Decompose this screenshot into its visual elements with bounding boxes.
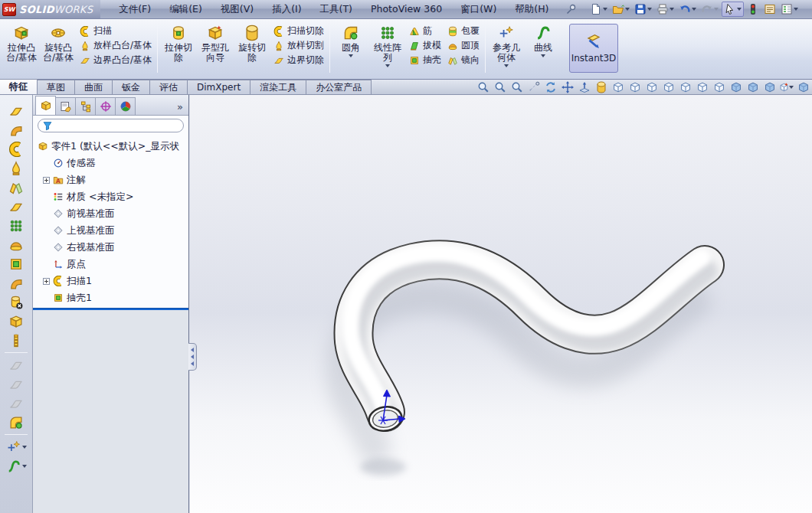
select-cursor-button[interactable] — [722, 2, 744, 17]
view-back-icon[interactable] — [627, 80, 642, 94]
filled-surface-icon[interactable] — [8, 197, 24, 216]
options-button[interactable] — [779, 2, 800, 16]
freeform-icon[interactable] — [8, 413, 24, 432]
tab-surfaces[interactable]: 曲面 — [74, 80, 113, 94]
menu-tools[interactable]: 工具(T) — [313, 1, 360, 18]
rotate-view-icon[interactable] — [543, 80, 558, 94]
tab-evaluate[interactable]: 评估 — [149, 80, 188, 94]
undo-button[interactable] — [677, 2, 698, 16]
delete-face-icon[interactable] — [8, 292, 24, 312]
curves-button[interactable]: 曲线 — [525, 22, 562, 57]
zoom-to-selection-icon[interactable] — [526, 80, 541, 94]
menu-insert[interactable]: 插入(I) — [264, 1, 309, 18]
menu-view[interactable]: 视图(V) — [213, 1, 261, 18]
tree-item-right-plane[interactable]: 右视基准面 — [33, 239, 188, 256]
redo-button[interactable] — [699, 2, 720, 16]
view-front-icon[interactable] — [611, 80, 625, 94]
hole-wizard-button[interactable]: 异型孔向导 — [197, 22, 234, 63]
menu-edit[interactable]: 编辑(E) — [162, 1, 210, 18]
normal-to-icon[interactable] — [577, 80, 591, 94]
lofted-cut-button[interactable]: 放样切割 — [273, 38, 324, 53]
shaded-with-edges-icon[interactable] — [729, 80, 743, 94]
extruded-cut-button[interactable]: 拉伸切除 — [160, 22, 197, 63]
rib-button[interactable]: 筋 — [409, 24, 441, 38]
view-right-icon[interactable] — [661, 80, 676, 94]
extruded-surface-icon[interactable] — [8, 101, 24, 120]
linear-pattern-button[interactable]: 线性阵列 — [369, 22, 406, 67]
propertymanager-tab[interactable] — [55, 97, 76, 115]
tree-item-shell1[interactable]: 抽壳1 — [33, 289, 188, 306]
rebuild-button[interactable] — [745, 2, 761, 16]
new-document-button[interactable] — [588, 2, 609, 16]
view-left-icon[interactable] — [644, 80, 659, 94]
tree-item-front-plane[interactable]: 前视基准面 — [33, 205, 188, 222]
panel-overflow-chevron[interactable]: » — [177, 101, 187, 115]
zoom-in-out-icon[interactable] — [509, 80, 524, 94]
lofted-surface-icon[interactable] — [8, 158, 24, 178]
tree-root-part[interactable]: 零件1 (默认<<默认>_显示状 — [33, 138, 188, 155]
displaymanager-tab[interactable] — [115, 97, 136, 115]
swept-cut-button[interactable]: 扫描切除 — [273, 24, 324, 38]
dimxpertmanager-tab[interactable] — [95, 97, 116, 115]
print-button[interactable] — [655, 2, 676, 16]
pan-icon[interactable] — [560, 80, 575, 94]
untrim-surface-icon[interactable] — [8, 355, 24, 374]
offset-surface-icon[interactable] — [8, 235, 24, 254]
mirror-button[interactable]: 镜向 — [447, 53, 480, 67]
menu-file[interactable]: 文件(F) — [111, 1, 159, 18]
section-view-icon[interactable] — [594, 80, 608, 94]
boundary-cut-button[interactable]: 边界切除 — [273, 53, 324, 67]
featuremanager-tab[interactable] — [35, 96, 56, 115]
tree-item-top-plane[interactable]: 上视基准面 — [33, 222, 188, 239]
draft-button[interactable]: 拔模 — [409, 38, 441, 53]
extend-surface-icon[interactable] — [8, 273, 24, 292]
tab-office-products[interactable]: 办公室产品 — [306, 80, 372, 94]
shell-button[interactable]: 抽壳 — [409, 53, 441, 67]
panel-collapse-handle[interactable] — [188, 343, 197, 371]
save-button[interactable] — [633, 2, 653, 16]
tree-filter-input[interactable] — [38, 119, 184, 132]
expand-icon[interactable] — [43, 278, 50, 285]
menu-photoview360[interactable]: PhotoView 360 — [363, 1, 450, 18]
zoom-area-icon[interactable] — [493, 80, 507, 94]
trim-surface-icon[interactable] — [8, 374, 24, 394]
menu-window[interactable]: 窗口(W) — [453, 1, 504, 18]
sweep-button[interactable]: 扫描 — [80, 24, 152, 38]
boundary-boss-button[interactable]: 边界凸台/基体 — [80, 53, 152, 67]
reference-geometry-button[interactable]: 参考几何体 — [488, 22, 525, 67]
zoom-fit-icon[interactable] — [476, 80, 490, 94]
apply-scene-icon[interactable] — [779, 80, 794, 94]
tab-sketch[interactable]: 草图 — [37, 80, 75, 94]
fillet-button[interactable]: 圆角 — [332, 22, 369, 57]
view-top-icon[interactable] — [678, 80, 692, 94]
wireframe-icon[interactable] — [762, 80, 777, 94]
shaded-icon[interactable] — [745, 80, 760, 94]
menu-help[interactable]: 帮助(H) — [507, 1, 556, 18]
revolved-surface-icon[interactable] — [8, 120, 24, 139]
swept-surface-icon[interactable] — [8, 139, 24, 158]
display-style-icon[interactable] — [796, 80, 810, 94]
tab-sheet-metal[interactable]: 钣金 — [112, 80, 150, 94]
reference-geometry-icon[interactable] — [6, 437, 27, 456]
instant3d-toggle[interactable]: Instant3D — [569, 24, 618, 73]
file-properties-button[interactable] — [762, 2, 778, 16]
thicken-icon[interactable] — [8, 312, 24, 331]
loft-button[interactable]: 放样凸台/基体 — [80, 38, 152, 53]
view-bottom-icon[interactable] — [695, 80, 709, 94]
extruded-boss-button[interactable]: 拉伸凸台/基体 — [3, 22, 40, 63]
tree-item-material[interactable]: 材质 <未指定> — [33, 188, 188, 205]
boundary-surface-icon[interactable] — [8, 178, 24, 197]
view-isometric-icon[interactable] — [712, 80, 726, 94]
knit-surface-icon[interactable] — [8, 331, 24, 350]
tab-dimxpert[interactable]: DimXpert — [187, 80, 250, 94]
tree-item-sweep1[interactable]: 扫描1 — [33, 273, 188, 289]
tree-item-origin[interactable]: 原点 — [33, 256, 188, 273]
graphics-viewport[interactable] — [190, 95, 812, 513]
expand-icon[interactable] — [43, 177, 50, 184]
revolved-boss-button[interactable]: 旋转凸台/基体 — [40, 22, 77, 63]
open-button[interactable] — [611, 2, 631, 16]
menu-pin-icon[interactable] — [564, 2, 579, 16]
dome-button[interactable]: 圆顶 — [447, 38, 480, 53]
tab-render-tools[interactable]: 渲染工具 — [250, 80, 306, 94]
wrap-button[interactable]: 包覆 — [447, 24, 480, 38]
